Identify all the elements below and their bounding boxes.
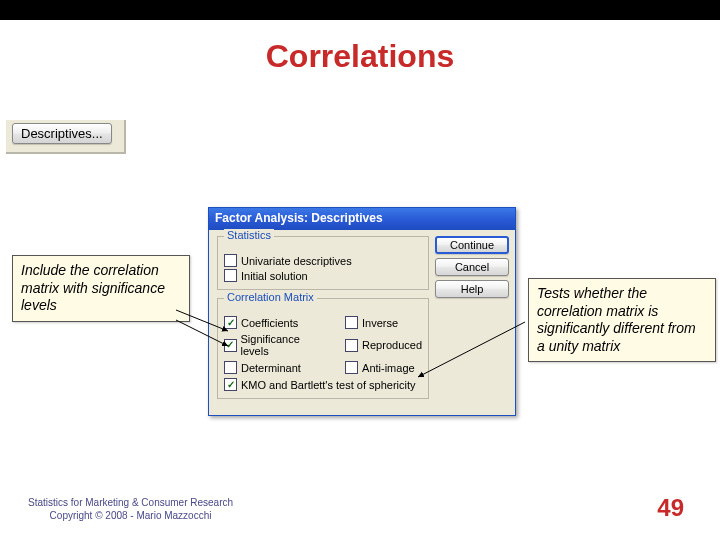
group-correlation-matrix: Correlation Matrix Coefficients Inverse <box>217 298 429 399</box>
checkbox-label: Univariate descriptives <box>241 255 352 267</box>
dialog-titlebar: Factor Analysis: Descriptives <box>209 208 515 230</box>
spss-dialog-factor-descriptives: Factor Analysis: Descriptives Statistics… <box>208 207 516 416</box>
descriptives-button[interactable]: Descriptives... <box>12 123 112 144</box>
group-correlation-matrix-label: Correlation Matrix <box>224 291 317 303</box>
checkbox-icon <box>345 361 358 374</box>
callout-kmo-bartlett: Tests whether the correlation matrix is … <box>528 278 716 362</box>
checkbox-icon <box>224 361 237 374</box>
checkbox-coefficients[interactable]: Coefficients <box>224 315 327 330</box>
checkbox-label: Anti-image <box>362 362 415 374</box>
checkbox-icon <box>224 339 237 352</box>
checkbox-inverse[interactable]: Inverse <box>345 315 422 330</box>
checkbox-label: KMO and Bartlett's test of sphericity <box>241 379 416 391</box>
checkbox-reproduced[interactable]: Reproduced <box>345 332 422 358</box>
dialog-button-column: Continue Cancel Help <box>435 236 509 407</box>
checkbox-label: Inverse <box>362 317 398 329</box>
checkbox-determinant[interactable]: Determinant <box>224 360 327 375</box>
checkbox-label: Coefficients <box>241 317 298 329</box>
dialog-body: Statistics Univariate descriptives Initi… <box>209 230 515 415</box>
checkbox-icon <box>345 339 358 352</box>
checkbox-anti-image[interactable]: Anti-image <box>345 360 422 375</box>
descriptives-button-screenshot: Descriptives... <box>6 120 126 154</box>
checkbox-label: Initial solution <box>241 270 308 282</box>
group-statistics-label: Statistics <box>224 229 274 241</box>
cancel-button[interactable]: Cancel <box>435 258 509 276</box>
help-button[interactable]: Help <box>435 280 509 298</box>
checkbox-kmo-bartlett[interactable]: KMO and Bartlett's test of sphericity <box>224 377 422 392</box>
slide-title: Correlations <box>0 38 720 75</box>
callout-include-correlation: Include the correlation matrix with sign… <box>12 255 190 322</box>
checkbox-icon <box>224 254 237 267</box>
checkbox-icon <box>224 378 237 391</box>
group-statistics: Statistics Univariate descriptives Initi… <box>217 236 429 290</box>
slide-number: 49 <box>657 494 684 522</box>
checkbox-significance-levels[interactable]: Significance levels <box>224 332 327 358</box>
footer-line2: Copyright © 2008 - Mario Mazzocchi <box>28 509 233 522</box>
checkbox-label: Determinant <box>241 362 301 374</box>
checkbox-icon <box>224 269 237 282</box>
checkbox-label: Significance levels <box>241 333 328 357</box>
checkbox-icon <box>224 316 237 329</box>
continue-button[interactable]: Continue <box>435 236 509 254</box>
checkbox-label: Reproduced <box>362 339 422 351</box>
checkbox-initial-solution[interactable]: Initial solution <box>224 268 422 283</box>
footer-line1: Statistics for Marketing & Consumer Rese… <box>28 496 233 509</box>
checkbox-univariate-descriptives[interactable]: Univariate descriptives <box>224 253 422 268</box>
checkbox-icon <box>345 316 358 329</box>
footer-credit: Statistics for Marketing & Consumer Rese… <box>28 496 233 522</box>
